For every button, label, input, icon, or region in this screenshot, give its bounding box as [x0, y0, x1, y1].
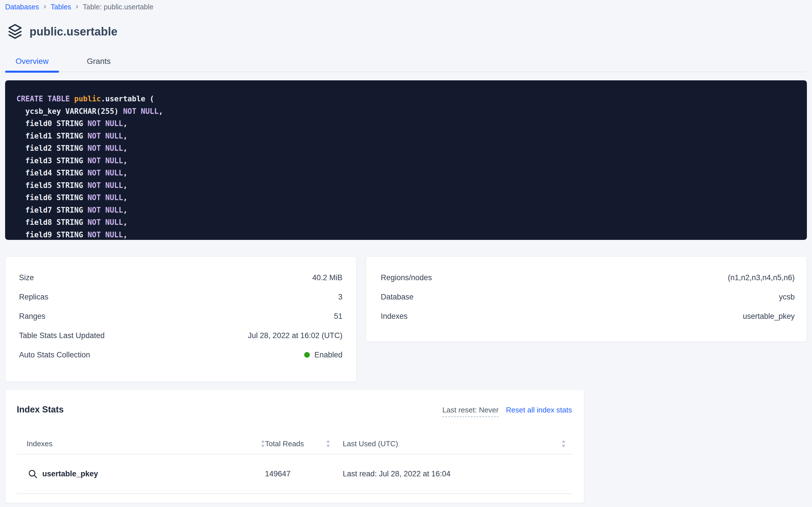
sql-token: , — [123, 169, 128, 177]
sql-token: NOT NULL — [87, 206, 123, 214]
column-header-label: Total Reads — [265, 440, 304, 448]
stat-value: ycsb — [779, 293, 795, 301]
tab-overview[interactable]: Overview — [5, 57, 59, 71]
search-icon — [28, 469, 38, 479]
stat-value-text: ycsb — [779, 293, 795, 301]
index-table-body: usertable_pkey149647Last read: Jul 28, 2… — [17, 454, 572, 494]
sql-token: , — [123, 132, 128, 140]
page-header: public.usertable — [5, 24, 807, 39]
table-stack-icon — [8, 24, 22, 39]
table-stats-card: Size40.2 MiBReplicas3Ranges51Table Stats… — [5, 256, 356, 382]
tab-grants[interactable]: Grants — [76, 57, 121, 71]
stat-value-text: Enabled — [314, 351, 342, 359]
index-stats-title: Index Stats — [17, 404, 64, 415]
column-header-label: Last Used (UTC) — [343, 440, 398, 448]
page-title: public.usertable — [29, 25, 117, 38]
stat-value: 51 — [334, 312, 342, 321]
breadcrumb-link-databases[interactable]: Databases — [5, 3, 39, 11]
sql-token: field7 STRING — [16, 206, 87, 214]
sql-token: field2 STRING — [16, 144, 87, 153]
sql-token: , — [123, 218, 128, 227]
breadcrumb-separator-icon: › — [44, 3, 46, 11]
sql-token: NOT NULL — [123, 107, 159, 116]
sql-token: field3 STRING — [16, 156, 87, 165]
stat-label: Indexes — [381, 312, 408, 321]
stat-label: Ranges — [19, 312, 45, 321]
sql-token: NOT NULL — [87, 156, 123, 165]
create-table-sql-block: CREATE TABLE public.usertable ( ycsb_key… — [5, 80, 807, 240]
sql-token: , — [123, 156, 128, 165]
stat-label: Auto Stats Collection — [19, 351, 90, 359]
breadcrumb-current: Table: public.usertable — [83, 3, 153, 11]
index-stats-card: Index Stats Last reset: Never Reset all … — [5, 390, 584, 503]
sql-token: NOT NULL — [87, 169, 123, 177]
sql-token: , — [123, 206, 128, 214]
stat-value-text: 40.2 MiB — [312, 273, 342, 282]
stat-row: Databaseycsb — [381, 287, 795, 306]
sql-token: NOT NULL — [87, 230, 123, 239]
stat-label: Table Stats Last Updated — [19, 331, 105, 340]
last-used-value: Last read: Jul 28, 2022 at 16:04 — [343, 469, 572, 478]
index-table-row: usertable_pkey149647Last read: Jul 28, 2… — [17, 454, 572, 494]
sort-icon[interactable] — [326, 440, 330, 448]
sql-token: NOT NULL — [87, 181, 123, 190]
sql-line: field5 STRING NOT NULL, — [16, 179, 796, 192]
sql-token: NOT NULL — [87, 119, 123, 128]
index-name-cell[interactable]: usertable_pkey — [17, 469, 265, 479]
sql-token: , — [123, 230, 128, 239]
breadcrumb-link-tables[interactable]: Tables — [51, 3, 71, 11]
stat-row: Replicas3 — [19, 287, 342, 306]
sql-token: , — [159, 107, 163, 116]
sql-token: NOT NULL — [87, 132, 123, 140]
sql-token: NOT NULL — [87, 193, 123, 202]
sort-icon[interactable] — [261, 440, 265, 448]
sql-line: field0 STRING NOT NULL, — [16, 117, 796, 130]
stat-value: usertable_pkey — [743, 312, 795, 321]
total-reads-value: 149647 — [265, 469, 343, 478]
sql-token: field9 STRING — [16, 230, 87, 239]
stat-row: Indexesusertable_pkey — [381, 306, 795, 326]
stat-row: Regions/nodes(n1,n2,n3,n4,n5,n6) — [381, 268, 795, 287]
stat-row: Size40.2 MiB — [19, 268, 342, 287]
sql-line: field7 STRING NOT NULL, — [16, 204, 796, 217]
stat-label: Regions/nodes — [381, 273, 432, 282]
last-reset-label: Last reset: Never — [442, 406, 498, 417]
sql-token: field4 STRING — [16, 169, 87, 177]
sql-token: field5 STRING — [16, 181, 87, 190]
sql-line: field8 STRING NOT NULL, — [16, 216, 796, 229]
page: Databases › Tables › Table: public.usert… — [0, 0, 812, 503]
sql-token: .usertable ( — [101, 95, 154, 103]
sql-token: ycsb_key VARCHAR(255) — [16, 107, 123, 116]
stat-value: 40.2 MiB — [312, 273, 342, 282]
stat-value-text: Jul 28, 2022 at 16:02 (UTC) — [248, 331, 342, 340]
column-header-total-reads[interactable]: Total Reads — [265, 440, 343, 448]
sql-token: , — [123, 181, 128, 190]
sql-line: field2 STRING NOT NULL, — [16, 142, 796, 155]
sort-icon[interactable] — [561, 440, 566, 448]
column-header-label: Indexes — [27, 440, 53, 448]
stat-label: Database — [381, 293, 414, 301]
sql-token: NOT NULL — [87, 144, 123, 153]
reset-index-stats-link[interactable]: Reset all index stats — [506, 406, 572, 414]
sql-line: CREATE TABLE public.usertable ( — [16, 93, 796, 105]
sql-line: field4 STRING NOT NULL, — [16, 167, 796, 179]
stat-value-text: 3 — [338, 293, 342, 301]
breadcrumb: Databases › Tables › Table: public.usert… — [5, 0, 807, 11]
column-header-last-used[interactable]: Last Used (UTC) — [343, 440, 572, 448]
sql-line: field6 STRING NOT NULL, — [16, 191, 796, 204]
stat-row: Auto Stats CollectionEnabled — [19, 345, 342, 364]
tab-bar: Overview Grants — [5, 57, 807, 72]
stat-label: Size — [19, 273, 34, 282]
stat-row: Ranges51 — [19, 306, 342, 326]
breadcrumb-separator-icon: › — [76, 3, 78, 11]
column-header-indexes[interactable]: Indexes — [17, 440, 265, 448]
index-name[interactable]: usertable_pkey — [42, 469, 98, 478]
index-stats-header: Index Stats Last reset: Never Reset all … — [17, 404, 572, 417]
sql-line: field9 STRING NOT NULL, — [16, 229, 796, 240]
sql-token: , — [123, 193, 128, 202]
stat-value: (n1,n2,n3,n4,n5,n6) — [728, 273, 795, 282]
sql-line: ycsb_key VARCHAR(255) NOT NULL, — [16, 105, 796, 118]
sql-token: field1 STRING — [16, 132, 87, 140]
status-enabled-dot-icon — [304, 352, 310, 358]
stat-value-text: 51 — [334, 312, 342, 321]
